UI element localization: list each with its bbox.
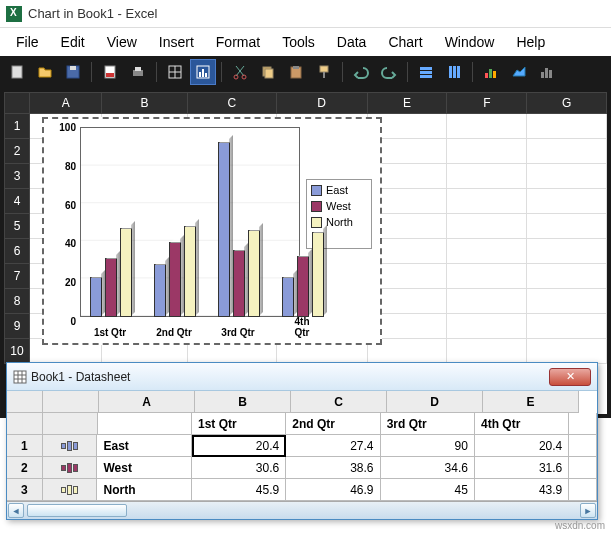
bar[interactable]	[184, 226, 196, 317]
series-name-cell[interactable]: West	[97, 457, 191, 479]
datasheet-cell[interactable]	[569, 457, 597, 479]
bar[interactable]	[248, 230, 260, 317]
bar[interactable]	[169, 242, 181, 317]
datasheet-category[interactable]: 2nd Qtr	[286, 413, 380, 435]
row-header[interactable]: 9	[4, 314, 30, 339]
cell[interactable]	[527, 214, 607, 239]
datasheet-cell[interactable]	[569, 413, 597, 435]
data-cell[interactable]: 46.9	[286, 479, 380, 501]
menu-data[interactable]: Data	[327, 30, 377, 54]
chart-type-button[interactable]	[478, 59, 504, 85]
cell[interactable]	[447, 314, 527, 339]
legend-item[interactable]: East	[311, 184, 367, 196]
bar[interactable]	[90, 277, 102, 317]
chart-area-button[interactable]	[506, 59, 532, 85]
cell[interactable]	[447, 264, 527, 289]
datasheet-col-header[interactable]: B	[195, 391, 291, 413]
bar[interactable]	[297, 256, 309, 317]
cell[interactable]	[447, 339, 527, 364]
datasheet-col-header[interactable]: A	[99, 391, 195, 413]
open-button[interactable]	[32, 59, 58, 85]
column-header[interactable]: A	[30, 92, 102, 114]
data-cell[interactable]: 20.4	[192, 435, 286, 457]
cell[interactable]	[447, 164, 527, 189]
datasheet-corner[interactable]	[43, 391, 99, 413]
data-cell[interactable]: 38.6	[286, 457, 380, 479]
datasheet-col-header[interactable]: D	[387, 391, 483, 413]
cut-button[interactable]	[227, 59, 253, 85]
row-header[interactable]: 4	[4, 189, 30, 214]
cell[interactable]	[447, 189, 527, 214]
bar[interactable]	[233, 250, 245, 317]
datasheet-titlebar[interactable]: Book1 - Datasheet ✕	[7, 363, 597, 391]
cell[interactable]	[447, 139, 527, 164]
menu-format[interactable]: Format	[206, 30, 270, 54]
menu-edit[interactable]: Edit	[51, 30, 95, 54]
row-header[interactable]: 2	[4, 139, 30, 164]
series-marker-icon[interactable]	[43, 457, 98, 479]
row-header[interactable]: 7	[4, 264, 30, 289]
cell[interactable]	[527, 289, 607, 314]
series-marker-icon[interactable]	[43, 435, 98, 457]
column-header[interactable]: G	[527, 92, 607, 114]
data-cell[interactable]: 43.9	[475, 479, 569, 501]
datasheet-category[interactable]: 3rd Qtr	[381, 413, 475, 435]
grid-button[interactable]	[162, 59, 188, 85]
series-name-cell[interactable]: East	[97, 435, 191, 457]
data-cell[interactable]: 90	[381, 435, 475, 457]
chart-object[interactable]: 0204060801001st Qtr2nd Qtr3rd Qtr4th Qtr…	[42, 117, 382, 345]
row-header[interactable]: 8	[4, 289, 30, 314]
column-header[interactable]: E	[368, 92, 448, 114]
data-cell[interactable]: 27.4	[286, 435, 380, 457]
menu-insert[interactable]: Insert	[149, 30, 204, 54]
bar[interactable]	[312, 232, 324, 317]
cell[interactable]	[447, 289, 527, 314]
datasheet-row-index[interactable]: 3	[7, 479, 43, 501]
datasheet-rowhead-blank[interactable]	[7, 413, 43, 435]
datasheet-window[interactable]: Book1 - Datasheet ✕ ABCDE1st Qtr2nd Qtr3…	[6, 362, 598, 520]
series-name-cell[interactable]: North	[97, 479, 191, 501]
datasheet-cell[interactable]	[569, 435, 597, 457]
cell[interactable]	[447, 239, 527, 264]
cell[interactable]	[527, 164, 607, 189]
legend-item[interactable]: West	[311, 200, 367, 212]
datasheet-row-index[interactable]: 1	[7, 435, 43, 457]
cell[interactable]	[447, 214, 527, 239]
legend-item[interactable]: North	[311, 216, 367, 228]
data-cell[interactable]: 20.4	[475, 435, 569, 457]
cell[interactable]	[527, 189, 607, 214]
menu-view[interactable]: View	[97, 30, 147, 54]
select-all-corner[interactable]	[4, 92, 30, 114]
column-header[interactable]: D	[277, 92, 368, 114]
series-marker-icon[interactable]	[43, 479, 98, 501]
row-header[interactable]: 1	[4, 114, 30, 139]
column-header[interactable]: B	[102, 92, 187, 114]
datasheet-grid[interactable]: ABCDE1st Qtr2nd Qtr3rd Qtr4th Qtr1East20…	[7, 391, 597, 501]
horizontal-scrollbar[interactable]: ◄ ►	[7, 501, 597, 519]
datasheet-category[interactable]: 1st Qtr	[192, 413, 286, 435]
format-paint-button[interactable]	[311, 59, 337, 85]
datasheet-corner[interactable]	[7, 391, 43, 413]
new-doc-button[interactable]	[4, 59, 30, 85]
undo-button[interactable]	[348, 59, 374, 85]
data-cell[interactable]: 45.9	[192, 479, 286, 501]
datasheet-col-header[interactable]: C	[291, 391, 387, 413]
scroll-left-button[interactable]: ◄	[8, 503, 24, 518]
print-button[interactable]	[125, 59, 151, 85]
scroll-right-button[interactable]: ►	[580, 503, 596, 518]
data-cell[interactable]: 34.6	[381, 457, 475, 479]
column-header[interactable]: F	[447, 92, 527, 114]
cell[interactable]	[527, 264, 607, 289]
datasheet-category[interactable]: 4th Qtr	[475, 413, 569, 435]
menu-help[interactable]: Help	[506, 30, 555, 54]
menu-window[interactable]: Window	[435, 30, 505, 54]
menu-tools[interactable]: Tools	[272, 30, 325, 54]
row-header[interactable]: 5	[4, 214, 30, 239]
datasheet-seriesicon-blank[interactable]	[43, 413, 98, 435]
cell[interactable]	[527, 114, 607, 139]
menu-chart[interactable]: Chart	[378, 30, 432, 54]
cell[interactable]	[447, 114, 527, 139]
datasheet-cell[interactable]	[569, 479, 597, 501]
column-header[interactable]: C	[188, 92, 277, 114]
paste-button[interactable]	[283, 59, 309, 85]
